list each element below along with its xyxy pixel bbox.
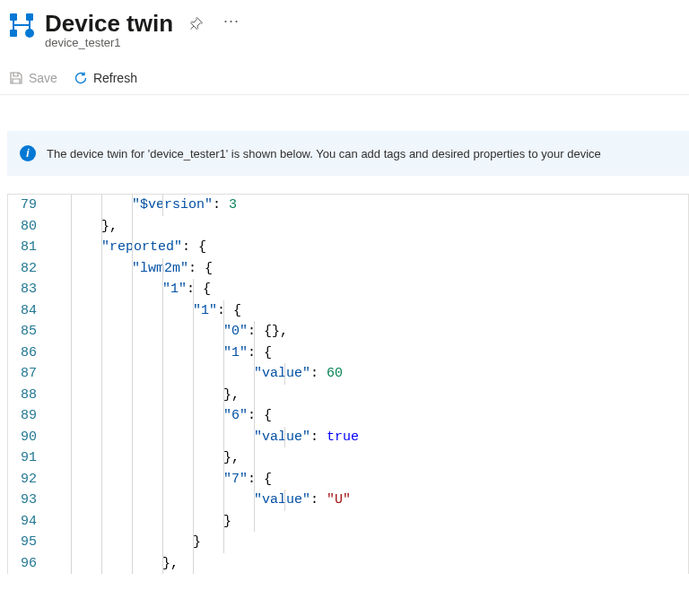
line-number: 92 (8, 469, 53, 490)
pin-icon (189, 16, 204, 30)
refresh-icon (74, 71, 88, 85)
code-line[interactable]: 89"6": { (8, 405, 688, 427)
code-line[interactable]: 93"value": "U" (8, 490, 688, 511)
info-bar: i The device twin for 'device_tester1' i… (7, 131, 689, 176)
line-number: 96 (8, 553, 53, 575)
json-editor[interactable]: 79"$version": 380},81"reported": {82"lwm… (7, 194, 689, 574)
refresh-button[interactable]: Refresh (74, 71, 137, 85)
svg-rect-1 (26, 13, 33, 21)
toolbar: Save Refresh (0, 53, 689, 95)
info-icon: i (20, 145, 36, 161)
save-button: Save (9, 71, 57, 85)
line-number: 79 (8, 195, 53, 216)
line-number: 93 (8, 490, 53, 511)
code-line[interactable]: 79"$version": 3 (8, 195, 688, 216)
code-line[interactable]: 86"1": { (8, 343, 688, 364)
code-line[interactable]: 95} (8, 532, 688, 553)
page-subtitle: device_tester1 (45, 36, 243, 49)
code-line[interactable]: 92"7": { (8, 469, 688, 490)
svg-point-3 (25, 29, 34, 38)
save-icon (9, 71, 23, 85)
line-number: 94 (8, 511, 53, 533)
page-header: Device twin ··· device_tester1 (0, 0, 689, 53)
code-line[interactable]: 96}, (8, 553, 688, 575)
line-number: 80 (8, 216, 53, 238)
line-number: 89 (8, 405, 53, 427)
line-number: 95 (8, 532, 53, 553)
line-number: 81 (8, 237, 53, 258)
line-number: 90 (8, 427, 53, 448)
save-label: Save (29, 71, 57, 85)
ellipsis-icon: ··· (223, 13, 240, 29)
device-twin-icon (7, 11, 36, 39)
code-line[interactable]: 88}, (8, 385, 688, 406)
line-number: 84 (8, 300, 53, 322)
code-line[interactable]: 82"lwm2m": { (8, 258, 688, 280)
line-number: 83 (8, 279, 53, 300)
more-button[interactable]: ··· (220, 9, 243, 38)
page-title: Device twin (45, 10, 173, 38)
code-line[interactable]: 91}, (8, 447, 688, 469)
code-line[interactable]: 84"1": { (8, 300, 688, 322)
line-number: 82 (8, 258, 53, 280)
code-line[interactable]: 85"0": {}, (8, 321, 688, 343)
line-number: 88 (8, 385, 53, 406)
pin-button[interactable] (186, 13, 207, 34)
line-number: 86 (8, 343, 53, 364)
code-line[interactable]: 83"1": { (8, 279, 688, 300)
code-line[interactable]: 90"value": true (8, 427, 688, 448)
info-text: The device twin for 'device_tester1' is … (47, 147, 601, 161)
code-line[interactable]: 81"reported": { (8, 237, 688, 258)
code-line[interactable]: 94} (8, 511, 688, 533)
line-number: 91 (8, 447, 53, 469)
line-number: 85 (8, 321, 53, 343)
svg-rect-2 (10, 30, 17, 37)
line-number: 87 (8, 363, 53, 385)
refresh-label: Refresh (93, 71, 137, 85)
svg-rect-0 (10, 13, 17, 21)
code-line[interactable]: 87"value": 60 (8, 363, 688, 385)
code-line[interactable]: 80}, (8, 216, 688, 238)
